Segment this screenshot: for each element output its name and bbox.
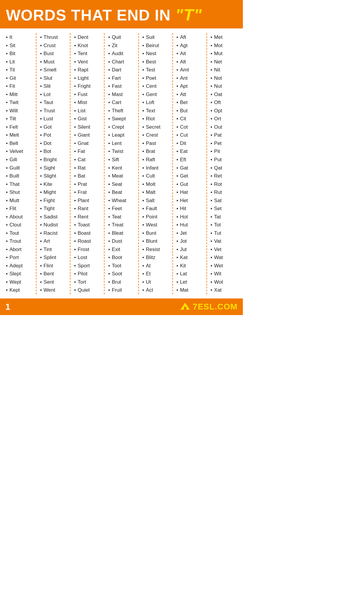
word-column-col3: DentKnotTentVentRaptLightFrightFustMistL…: [70, 33, 105, 294]
list-item: Eat: [177, 147, 204, 156]
list-item: List: [74, 107, 102, 115]
list-item: Pet: [211, 139, 238, 148]
list-item: Tilt: [6, 115, 33, 123]
list-item: Bit: [6, 49, 33, 58]
list-item: Ant: [177, 74, 204, 82]
list-item: Rut: [211, 188, 238, 197]
list-item: Oft: [211, 98, 238, 107]
list-item: Cut: [177, 131, 204, 139]
list-item: Eft: [177, 156, 204, 164]
word-list-col1: ItSitBitLitTitGitFitMittTwitWiltTiltFelt…: [6, 33, 33, 294]
list-item: Felt: [6, 123, 33, 131]
list-item: Gat: [177, 164, 204, 172]
list-item: Crept: [108, 123, 136, 131]
list-item: Git: [6, 74, 33, 82]
list-item: Ort: [211, 115, 238, 123]
list-item: Dit: [177, 139, 204, 148]
list-item: Fight: [40, 197, 68, 205]
header-highlight: "T": [175, 5, 202, 24]
list-item: Boast: [74, 229, 102, 237]
list-item: Kit: [177, 262, 204, 270]
list-item: Melt: [6, 131, 33, 139]
svg-rect-1: [184, 307, 186, 310]
list-item: Bot: [40, 147, 68, 156]
list-item: Sadist: [40, 213, 68, 221]
list-item: Text: [142, 107, 170, 115]
list-item: Velvet: [6, 147, 33, 156]
list-item: Gut: [177, 180, 204, 189]
list-item: Riot: [142, 115, 170, 123]
list-item: Wheat: [108, 197, 136, 205]
list-item: Clout: [6, 221, 33, 229]
list-item: Test: [142, 66, 170, 74]
list-item: Rat: [74, 164, 102, 172]
list-item: Wit: [211, 270, 238, 278]
list-item: Att: [177, 90, 204, 99]
list-item: Mutt: [6, 197, 33, 205]
word-column-col7: MetMotMutNetNitNotNutOatOftOptOrtOutPatP…: [207, 33, 240, 294]
list-item: Net: [211, 58, 238, 66]
word-list-col6: AftAgtAitAltAmtAntAptAttBetButCitCotCutD…: [177, 33, 204, 294]
list-item: Kent: [108, 164, 136, 172]
list-item: Out: [211, 123, 238, 131]
list-item: Pot: [40, 131, 68, 139]
list-item: Ut: [142, 278, 170, 286]
list-item: Gnat: [74, 139, 102, 148]
list-item: Pat: [211, 131, 238, 139]
list-item: Got: [40, 123, 68, 131]
list-item: Pilot: [74, 270, 102, 278]
list-item: Tut: [211, 229, 238, 237]
list-item: Aft: [177, 33, 204, 41]
list-item: Dart: [108, 66, 136, 74]
list-item: Belt: [6, 139, 33, 148]
list-item: Lit: [6, 58, 33, 66]
list-item: At: [142, 262, 170, 270]
list-item: Lat: [177, 270, 204, 278]
list-item: Tit: [6, 66, 33, 74]
list-item: Sift: [108, 156, 136, 164]
list-item: Cit: [177, 115, 204, 123]
list-item: Nut: [211, 82, 238, 90]
list-item: Agt: [177, 41, 204, 50]
list-item: Bright: [40, 156, 68, 164]
list-item: Set: [211, 205, 238, 213]
logo-text: 7ESL.COM: [193, 302, 238, 312]
header-title: WORDS THAT END IN: [6, 7, 175, 24]
list-item: Beirut: [142, 41, 170, 50]
logo: 7ESL.COM: [180, 301, 238, 312]
list-item: That: [6, 180, 33, 189]
list-item: Zit: [108, 41, 136, 50]
list-item: Fit: [6, 82, 33, 90]
list-item: Vet: [211, 245, 238, 254]
list-item: Brut: [108, 278, 136, 286]
list-item: Secret: [142, 123, 170, 131]
list-item: Soot: [108, 270, 136, 278]
list-item: Adept: [6, 262, 33, 270]
list-item: Jet: [177, 229, 204, 237]
list-item: Giant: [74, 131, 102, 139]
word-list-col7: MetMotMutNetNitNotNutOatOftOptOrtOutPatP…: [211, 33, 238, 294]
list-item: Wilt: [6, 107, 33, 115]
list-item: Ait: [177, 49, 204, 58]
list-item: Dot: [40, 139, 68, 148]
logo-icon: [180, 301, 190, 312]
list-item: Sent: [40, 278, 68, 286]
list-item: Bleat: [108, 229, 136, 237]
list-item: Bet: [177, 98, 204, 107]
list-item: Prat: [74, 180, 102, 189]
list-item: Sat: [211, 197, 238, 205]
list-item: Lot: [40, 90, 68, 99]
list-item: Ret: [211, 172, 238, 180]
list-item: Light: [74, 74, 102, 82]
list-item: Fault: [142, 205, 170, 213]
list-item: Malt: [142, 188, 170, 197]
list-item: Theft: [108, 107, 136, 115]
list-item: But: [177, 107, 204, 115]
list-item: Slut: [40, 74, 68, 82]
list-item: Sight: [40, 164, 68, 172]
list-item: Might: [40, 188, 68, 197]
list-item: Dust: [108, 237, 136, 245]
list-item: Hot: [177, 213, 204, 221]
list-item: Fright: [74, 82, 102, 90]
list-item: Past: [142, 139, 170, 148]
